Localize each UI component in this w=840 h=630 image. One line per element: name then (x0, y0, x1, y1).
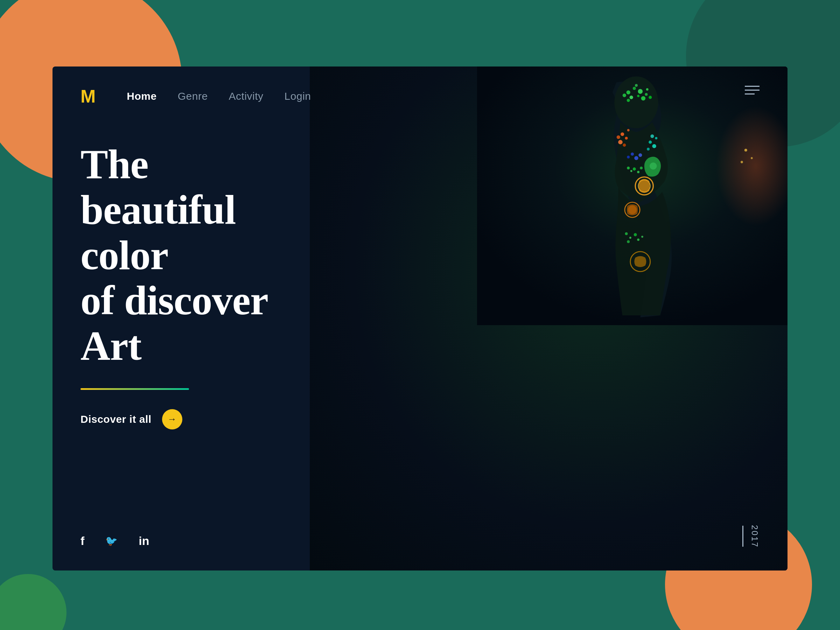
svg-point-45 (633, 233, 637, 236)
year-label: 2017 (750, 525, 759, 548)
svg-point-18 (627, 129, 630, 132)
hamburger-line-2 (745, 90, 759, 91)
hero-content: The beautiful color of discover Art Disc… (52, 107, 315, 429)
svg-point-41 (751, 157, 753, 159)
svg-point-24 (655, 137, 657, 139)
svg-point-22 (647, 148, 650, 150)
year-divider-line (742, 526, 744, 547)
social-facebook[interactable]: f (81, 534, 84, 548)
social-bar: f 🐦 in (81, 534, 150, 548)
hamburger-menu[interactable] (745, 86, 759, 95)
svg-point-48 (641, 235, 643, 238)
svg-point-46 (637, 238, 639, 241)
nav-activity[interactable]: Activity (229, 90, 264, 102)
hero-cta: Discover it all → (81, 409, 287, 429)
hero-title-line2: beautiful color (81, 187, 235, 278)
svg-point-38 (640, 167, 643, 169)
hero-title-line3: of discover Art (81, 278, 267, 369)
hamburger-line-3 (745, 93, 755, 95)
cta-arrow-button[interactable]: → (162, 409, 182, 429)
navbar: M Home Genre Activity Login (52, 66, 788, 107)
svg-point-21 (652, 144, 656, 148)
svg-point-26 (634, 156, 638, 160)
nav-genre[interactable]: Genre (178, 90, 208, 102)
svg-point-35 (630, 170, 632, 172)
year-badge: 2017 (742, 525, 759, 548)
hero-title-line1: The (81, 141, 148, 187)
svg-point-44 (629, 237, 632, 239)
svg-point-37 (637, 171, 639, 173)
social-linkedin[interactable]: in (139, 534, 149, 548)
svg-point-19 (616, 136, 620, 139)
svg-point-42 (741, 161, 743, 163)
svg-point-16 (618, 140, 623, 145)
hamburger-line-1 (745, 86, 759, 87)
svg-point-14 (621, 132, 624, 136)
nav-home[interactable]: Home (127, 90, 156, 102)
arrow-icon: → (167, 414, 177, 425)
svg-point-36 (633, 167, 636, 171)
hero-divider (81, 388, 189, 390)
svg-point-27 (627, 156, 630, 159)
svg-point-20 (649, 141, 652, 144)
main-card: M Home Genre Activity Login The beautifu… (52, 66, 788, 570)
brand-logo: M (81, 86, 95, 107)
hero-title: The beautiful color of discover Art (81, 142, 287, 369)
svg-point-34 (627, 167, 630, 169)
bg-decoration-bottom-left (0, 574, 66, 630)
svg-point-17 (623, 144, 626, 147)
svg-point-47 (627, 240, 630, 243)
svg-point-25 (631, 153, 634, 156)
svg-point-28 (638, 153, 642, 157)
hero-image-area (310, 66, 788, 570)
nav-login[interactable]: Login (284, 90, 311, 102)
cta-label: Discover it all (81, 413, 152, 425)
social-twitter[interactable]: 🐦 (105, 535, 118, 547)
svg-point-40 (744, 149, 747, 152)
svg-point-23 (650, 134, 654, 138)
svg-point-43 (625, 232, 628, 235)
svg-point-15 (625, 137, 628, 140)
svg-point-29 (650, 163, 657, 169)
